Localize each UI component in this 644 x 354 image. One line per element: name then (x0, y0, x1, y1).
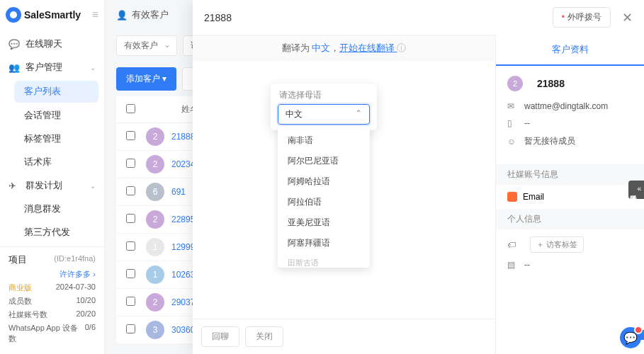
logo-icon (6, 7, 21, 23)
nav: 💬在线聊天 👥客户管理⌄ 客户列表 会话管理 标签管理 话术库 ✈群发计划⌄ 消… (0, 30, 104, 246)
panel-customer-id: 21888 (204, 12, 232, 23)
brand-name: SaleSmartly (24, 9, 81, 21)
project-id: (ID:e1r4fna) (54, 254, 96, 266)
nav-customer-list[interactable]: 客户列表 (14, 81, 98, 103)
agent-icon: ☺ (507, 137, 517, 147)
device-icon: ▯ (507, 118, 517, 128)
recent-calls-tab[interactable]: 最近通话 (628, 181, 644, 199)
chat-bubble-icon[interactable]: 💬 (620, 327, 641, 348)
row-checkbox[interactable] (126, 269, 135, 278)
customer-device: -- (524, 118, 530, 128)
start-translate-link[interactable]: 开始在线翻译 (339, 43, 397, 53)
users-icon: 👥 (9, 62, 20, 73)
row-id[interactable]: 20234 (171, 159, 195, 169)
lang-popup-label: 请选择母语 (271, 84, 377, 104)
tag-icon: 🏷 (507, 240, 517, 250)
recall-button[interactable]: 回聊 (201, 326, 239, 347)
row-id[interactable]: 10263 (171, 270, 195, 280)
close-button[interactable]: 关闭 (245, 326, 283, 347)
nav-online-chat[interactable]: 💬在线聊天 (0, 33, 104, 56)
lang-option[interactable]: 南非语 (278, 130, 370, 151)
nav-tag-mgmt[interactable]: 标签管理 (0, 127, 104, 151)
lang-option[interactable]: 阿拉伯语 (278, 192, 370, 212)
lang-option[interactable]: 田斯古语 (278, 253, 370, 268)
row-checkbox[interactable] (126, 214, 135, 223)
version-label: 商业版 (9, 282, 32, 293)
social-heading: 社媒账号信息 (496, 164, 644, 185)
lang-option[interactable]: 阿姆哈拉语 (278, 171, 370, 192)
members-label: 成员数 (9, 296, 32, 307)
row-id[interactable]: 30360 (171, 325, 195, 335)
panel-footer-actions: 回聊 关闭 (193, 319, 495, 354)
customer-email: wattme@dingtalk.com (524, 101, 608, 111)
row-avatar: 1 (146, 238, 164, 256)
nav-third-party[interactable]: 第三方代发 (0, 221, 104, 244)
row-checkbox[interactable] (126, 241, 135, 251)
nav-label: 第三方代发 (24, 227, 70, 239)
nav-script-lib[interactable]: 话术库 (0, 151, 104, 174)
close-icon[interactable]: ✕ (622, 10, 633, 25)
lang-select[interactable]: 中文 (278, 104, 370, 125)
row-checkbox[interactable] (126, 324, 135, 333)
customer-header: 2 21888 (507, 76, 633, 91)
lang-option[interactable]: 阿尔巴尼亚语 (278, 151, 370, 171)
chat-icon: 💬 (9, 39, 20, 50)
row-id[interactable]: 12999 (171, 242, 195, 252)
sidebar: SaleSmartly ≡ 💬在线聊天 👥客户管理⌄ 客户列表 会话管理 标签管… (0, 0, 105, 354)
customer-detail-panel: 21888 外呼拨号 ✕ 翻译为 中文，开始在线翻译 ⓘ 请选择母语 中文 南非… (193, 0, 644, 354)
row-id[interactable]: 22895 (171, 215, 195, 224)
nav-label: 客户列表 (24, 86, 61, 98)
nav-session-mgmt[interactable]: 会话管理 (0, 104, 104, 127)
nav-label: 群发计划 (26, 180, 62, 192)
translate-target-lang[interactable]: 中文 (312, 43, 330, 53)
info-icon[interactable]: ⓘ (397, 43, 406, 53)
row-avatar: 1 (146, 266, 164, 284)
nav-label: 会话管理 (24, 110, 61, 122)
row-checkbox[interactable] (126, 297, 135, 306)
row-id[interactable]: 691 (171, 187, 186, 197)
social-email-row: Email (496, 185, 644, 209)
panel-chat-area: 翻译为 中文，开始在线翻译 ⓘ 请选择母语 中文 南非语阿尔巴尼亚语阿姆哈拉语阿… (193, 35, 495, 354)
social-val: 20/20 (76, 309, 96, 320)
customer-info-sidebar: 客户资料 2 21888 ✉wattme@dingtalk.com ▯-- ☺暂… (495, 35, 644, 354)
nav-label: 客户管理 (26, 62, 62, 74)
nav-label: 标签管理 (24, 133, 61, 145)
members-val: 10/20 (76, 296, 96, 307)
nav-label: 话术库 (24, 156, 52, 169)
wa-label: WhatsApp App 设备数 (9, 323, 85, 344)
social-label: 社媒账号数 (9, 309, 47, 320)
customer-data-tab[interactable]: 客户资料 (496, 35, 644, 66)
row-id[interactable]: 29037 (171, 297, 195, 307)
add-customer-button[interactable]: 添加客户 ▾ (116, 67, 176, 91)
menu-toggle-icon[interactable]: ≡ (92, 8, 98, 21)
select-all-checkbox[interactable] (126, 104, 135, 113)
email-icon: ✉ (507, 101, 517, 111)
filter-valid-customers[interactable]: 有效客户 (116, 35, 177, 56)
row-checkbox[interactable] (126, 186, 135, 195)
chevron-down-icon: ⌄ (90, 182, 96, 190)
row-checkbox[interactable] (126, 159, 135, 168)
add-visitor-tag-button[interactable]: ＋ 访客标签 (530, 236, 584, 253)
nav-msg-mass[interactable]: 消息群发 (0, 198, 104, 221)
lang-option[interactable]: 亚美尼亚语 (278, 212, 370, 233)
nav-label: 消息群发 (24, 203, 61, 215)
project-title: 项目 (9, 254, 27, 266)
lang-option[interactable]: 阿塞拜疆语 (278, 233, 370, 253)
translate-bar: 翻译为 中文，开始在线翻译 ⓘ (193, 35, 495, 62)
personal-heading: 个人信息 (496, 209, 644, 229)
customer-avatar: 2 (507, 76, 523, 91)
email-provider-icon (507, 192, 517, 202)
nav-mass-send[interactable]: ✈群发计划⌄ (0, 174, 104, 198)
lang-dropdown-list: 南非语阿尔巴尼亚语阿姆哈拉语阿拉伯语亚美尼亚语阿塞拜疆语田斯古语 (278, 126, 370, 268)
nav-customer-mgmt[interactable]: 👥客户管理⌄ (0, 56, 104, 79)
project-more-link[interactable]: 许许多多 › (60, 269, 96, 280)
row-avatar: 2 (146, 210, 164, 229)
user-icon: 👤 (116, 10, 128, 21)
row-checkbox[interactable] (126, 131, 135, 140)
version-date: 2024-07-30 (56, 282, 96, 293)
row-id[interactable]: 21888 (171, 132, 195, 142)
logo[interactable]: SaleSmartly ≡ (0, 0, 104, 30)
outbound-call-button[interactable]: 外呼拨号 (553, 7, 611, 28)
customer-agent: 暂无接待成员 (524, 135, 575, 147)
row-avatar: 3 (146, 321, 164, 339)
